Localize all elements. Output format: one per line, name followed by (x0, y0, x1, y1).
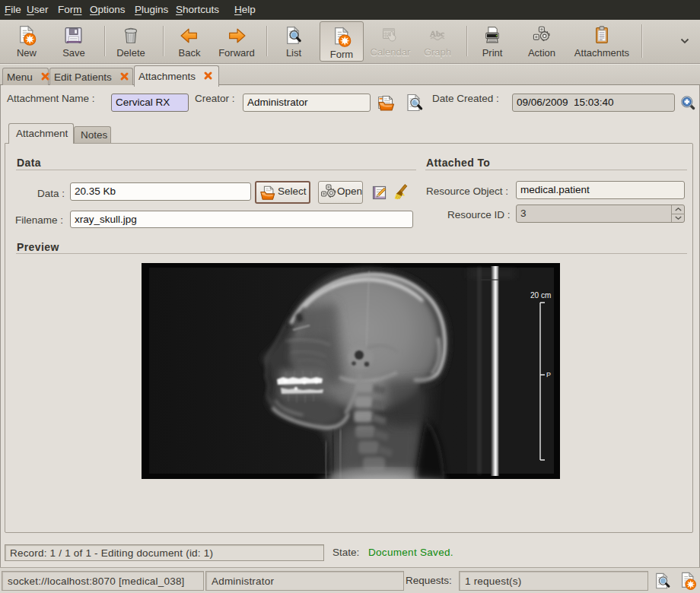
svg-text:Abc: Abc (430, 29, 444, 38)
svg-text:20 cm: 20 cm (530, 291, 551, 300)
svg-text:P: P (546, 371, 551, 379)
